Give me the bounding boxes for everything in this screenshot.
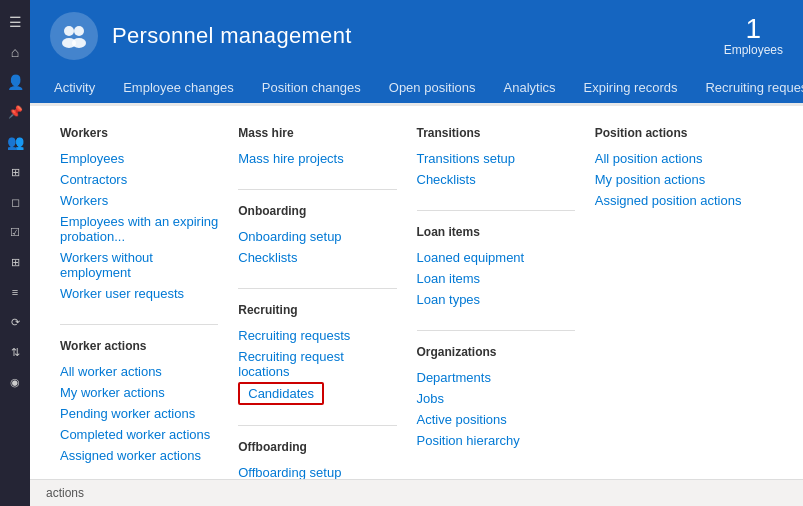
link-pending-worker-actions[interactable]: Pending worker actions bbox=[60, 403, 218, 424]
section-transitions: Transitions Transitions setup Checklists bbox=[417, 126, 575, 190]
bottom-bar: actions bbox=[30, 479, 803, 506]
dropdown-columns: Workers Employees Contractors Workers Em… bbox=[60, 126, 773, 459]
nav-rail: ☰ ⌂ 👤 📌 👥 ⊞ ◻ ☑ ⊞ ≡ ⟳ ⇅ ◉ bbox=[0, 0, 30, 506]
col-hiring: Mass hire Mass hire projects Onboarding … bbox=[238, 126, 416, 459]
link-transitions-checklists[interactable]: Checklists bbox=[417, 169, 575, 190]
position-actions-title: Position actions bbox=[595, 126, 753, 140]
organizations-title: Organizations bbox=[417, 345, 575, 359]
worker-actions-title: Worker actions bbox=[60, 339, 218, 353]
link-active-positions[interactable]: Active positions bbox=[417, 409, 575, 430]
link-departments[interactable]: Departments bbox=[417, 367, 575, 388]
link-onboarding-setup[interactable]: Onboarding setup bbox=[238, 226, 396, 247]
divider-2 bbox=[238, 189, 396, 190]
link-offboarding-setup[interactable]: Offboarding setup bbox=[238, 462, 396, 479]
menu-icon[interactable]: ☰ bbox=[1, 8, 29, 36]
app-icon bbox=[50, 12, 98, 60]
section-offboarding: Offboarding Offboarding setup Checklists bbox=[238, 440, 396, 479]
app-title: Personnel management bbox=[112, 23, 352, 49]
link-loan-types[interactable]: Loan types bbox=[417, 289, 575, 310]
link-worker-user-requests[interactable]: Worker user requests bbox=[60, 283, 218, 304]
link-recruiting-requests[interactable]: Recruiting requests bbox=[238, 325, 396, 346]
header-stat: 1 Employees bbox=[724, 15, 783, 57]
main-area: Personnel management 1 Employees Activit… bbox=[30, 0, 803, 506]
link-mass-hire-projects[interactable]: Mass hire projects bbox=[238, 148, 396, 169]
tab-position-changes[interactable]: Position changes bbox=[248, 72, 375, 106]
section-mass-hire: Mass hire Mass hire projects bbox=[238, 126, 396, 169]
link-my-worker-actions[interactable]: My worker actions bbox=[60, 382, 218, 403]
stat-label: Employees bbox=[724, 43, 783, 57]
section-recruiting: Recruiting Recruiting requests Recruitin… bbox=[238, 303, 396, 405]
link-contractors[interactable]: Contractors bbox=[60, 169, 218, 190]
tab-analytics[interactable]: Analytics bbox=[490, 72, 570, 106]
apps-icon[interactable]: ⊞ bbox=[1, 248, 29, 276]
tab-recruiting-requests[interactable]: Recruiting requests bbox=[691, 72, 803, 106]
check-icon[interactable]: ☑ bbox=[1, 218, 29, 246]
link-position-hierarchy[interactable]: Position hierarchy bbox=[417, 430, 575, 451]
tab-expiring-records[interactable]: Expiring records bbox=[570, 72, 692, 106]
svg-point-1 bbox=[74, 26, 84, 36]
svg-point-0 bbox=[64, 26, 74, 36]
link-assigned-position-actions[interactable]: Assigned position actions bbox=[595, 190, 753, 211]
link-workers[interactable]: Workers bbox=[60, 190, 218, 211]
workers-title: Workers bbox=[60, 126, 218, 140]
tab-activity[interactable]: Activity bbox=[40, 72, 109, 106]
link-assigned-worker-actions[interactable]: Assigned worker actions bbox=[60, 445, 218, 466]
divider-1 bbox=[60, 324, 218, 325]
link-recruiting-request-locations[interactable]: Recruiting request locations bbox=[238, 346, 396, 382]
link-candidates[interactable]: Candidates bbox=[238, 382, 324, 405]
divider-4 bbox=[238, 425, 396, 426]
mass-hire-title: Mass hire bbox=[238, 126, 396, 140]
link-all-position-actions[interactable]: All position actions bbox=[595, 148, 753, 169]
offboarding-title: Offboarding bbox=[238, 440, 396, 454]
divider-3 bbox=[238, 288, 396, 289]
section-onboarding: Onboarding Onboarding setup Checklists bbox=[238, 204, 396, 268]
onboarding-title: Onboarding bbox=[238, 204, 396, 218]
app-header: Personnel management 1 Employees bbox=[30, 0, 803, 72]
col-workers: Workers Employees Contractors Workers Em… bbox=[60, 126, 238, 459]
person-icon[interactable]: 👤 bbox=[1, 68, 29, 96]
link-transitions-setup[interactable]: Transitions setup bbox=[417, 148, 575, 169]
section-loan-items: Loan items Loaned equipment Loan items L… bbox=[417, 225, 575, 310]
col-position-actions: Position actions All position actions My… bbox=[595, 126, 773, 459]
transfer-icon[interactable]: ⇅ bbox=[1, 338, 29, 366]
tab-open-positions[interactable]: Open positions bbox=[375, 72, 490, 106]
recruiting-title: Recruiting bbox=[238, 303, 396, 317]
nav-tabs: Activity Employee changes Position chang… bbox=[30, 72, 803, 106]
grid-icon[interactable]: ⊞ bbox=[1, 158, 29, 186]
users-icon[interactable]: 👥 bbox=[1, 128, 29, 156]
link-all-worker-actions[interactable]: All worker actions bbox=[60, 361, 218, 382]
col-transitions: Transitions Transitions setup Checklists… bbox=[417, 126, 595, 459]
links-dropdown: Workers Employees Contractors Workers Em… bbox=[30, 106, 803, 479]
pin-icon[interactable]: 📌 bbox=[1, 98, 29, 126]
actions-label: actions bbox=[46, 486, 84, 500]
divider-6 bbox=[417, 330, 575, 331]
refresh-icon[interactable]: ⟳ bbox=[1, 308, 29, 336]
home-icon[interactable]: ⌂ bbox=[1, 38, 29, 66]
section-workers: Workers Employees Contractors Workers Em… bbox=[60, 126, 218, 304]
transitions-title: Transitions bbox=[417, 126, 575, 140]
link-loan-items[interactable]: Loan items bbox=[417, 268, 575, 289]
link-jobs[interactable]: Jobs bbox=[417, 388, 575, 409]
link-completed-worker-actions[interactable]: Completed worker actions bbox=[60, 424, 218, 445]
link-my-position-actions[interactable]: My position actions bbox=[595, 169, 753, 190]
svg-point-3 bbox=[72, 38, 86, 48]
box-icon[interactable]: ◻ bbox=[1, 188, 29, 216]
stat-number: 1 bbox=[724, 15, 783, 43]
divider-5 bbox=[417, 210, 575, 211]
section-worker-actions: Worker actions All worker actions My wor… bbox=[60, 339, 218, 466]
section-organizations: Organizations Departments Jobs Active po… bbox=[417, 345, 575, 451]
link-onboarding-checklists[interactable]: Checklists bbox=[238, 247, 396, 268]
circle-icon[interactable]: ◉ bbox=[1, 368, 29, 396]
tab-employee-changes[interactable]: Employee changes bbox=[109, 72, 248, 106]
link-employees[interactable]: Employees bbox=[60, 148, 218, 169]
link-employees-expiring[interactable]: Employees with an expiring probation... bbox=[60, 211, 218, 247]
section-position-actions: Position actions All position actions My… bbox=[595, 126, 753, 211]
loan-items-title: Loan items bbox=[417, 225, 575, 239]
list-icon[interactable]: ≡ bbox=[1, 278, 29, 306]
link-loaned-equipment[interactable]: Loaned equipment bbox=[417, 247, 575, 268]
link-workers-without-employment[interactable]: Workers without employment bbox=[60, 247, 218, 283]
